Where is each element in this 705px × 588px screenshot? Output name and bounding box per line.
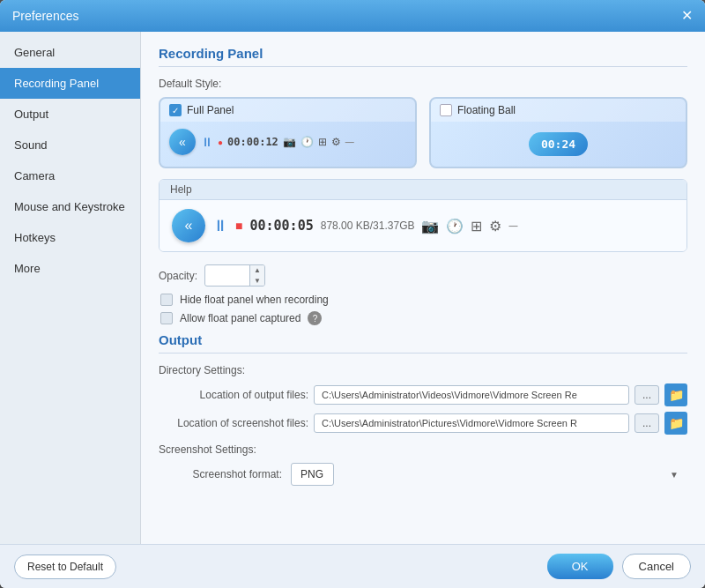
floating-ball-time: 00:24 (529, 132, 588, 156)
help-time: 00:00:05 (249, 218, 313, 234)
screenshot-files-label: Location of screenshot files: (159, 417, 308, 429)
close-button[interactable]: ✕ (681, 9, 693, 23)
floating-ball-label: Floating Ball (457, 104, 516, 116)
format-row: Screenshot format: PNG JPG BMP (159, 463, 687, 486)
help-clock-icon[interactable]: 🕐 (446, 218, 464, 234)
folder-icon-2: 📁 (669, 416, 684, 430)
sidebar-item-output[interactable]: Output (0, 99, 140, 130)
help-rewind-btn[interactable]: « (172, 209, 205, 242)
full-panel-label: Full Panel (187, 104, 234, 116)
allow-float-checkbox[interactable] (160, 312, 173, 324)
output-title: Output (159, 332, 687, 354)
sidebar: General Recording Panel Output Sound Cam… (0, 32, 141, 544)
full-panel-ctrl-bar: ⏸ ● 00:00:12 📷 🕐 ⊞ ⚙ ─ (201, 135, 354, 149)
full-panel-rewind-btn[interactable]: « (169, 129, 196, 155)
hide-float-label: Hide float panel when recording (180, 294, 329, 306)
default-style-label: Default Style: (159, 78, 687, 90)
output-files-folder-btn[interactable]: 📁 (664, 383, 687, 406)
help-stop-icon[interactable]: ■ (235, 219, 242, 233)
full-panel-clock-icon[interactable]: 🕐 (301, 136, 314, 148)
format-select-wrap: PNG JPG BMP (291, 463, 687, 486)
title-bar: Preferences ✕ (0, 0, 705, 32)
opacity-spinner[interactable]: 100% ▲ ▼ (204, 264, 265, 287)
full-panel-stop-icon[interactable]: ● (218, 138, 223, 147)
help-header: Help (160, 180, 686, 200)
opacity-row: Opacity: 100% ▲ ▼ (159, 264, 687, 287)
allow-float-label: Allow float panel captured (180, 312, 301, 324)
sidebar-item-camera[interactable]: Camera (0, 160, 140, 191)
sidebar-item-recording-panel[interactable]: Recording Panel (0, 68, 140, 99)
full-panel-minimize-btn[interactable]: ─ (345, 135, 354, 149)
screenshot-format-label: Screenshot format: (159, 468, 282, 480)
sidebar-item-general[interactable]: General (0, 37, 140, 68)
output-files-label: Location of output files: (159, 389, 308, 401)
spinner-up[interactable]: ▲ (250, 265, 264, 276)
cancel-button[interactable]: Cancel (622, 554, 691, 579)
help-controls: « ⏸ ■ 00:00:05 878.00 KB/31.37GB 📷 🕐 ⊞ ⚙… (160, 200, 686, 251)
floating-ball-header: Floating Ball (431, 99, 686, 122)
folder-icon: 📁 (669, 388, 684, 402)
sidebar-item-more[interactable]: More (0, 253, 140, 284)
directory-settings-label: Directory Settings: (159, 364, 687, 376)
full-panel-camera-icon[interactable]: 📷 (283, 136, 296, 148)
output-files-row: Location of output files: C:\Users\Admin… (159, 383, 687, 406)
help-section: Help « ⏸ ■ 00:00:05 878.00 KB/31.37GB 📷 … (159, 179, 687, 252)
spinner-arrows: ▲ ▼ (249, 265, 264, 286)
preferences-dialog: Preferences ✕ General Recording Panel Ou… (0, 0, 705, 588)
help-gear-icon[interactable]: ⚙ (489, 218, 501, 234)
allow-float-row: Allow float panel captured ? (159, 311, 687, 325)
allow-float-help-icon[interactable]: ? (308, 311, 322, 325)
full-panel-controls: « ⏸ ● 00:00:12 📷 🕐 ⊞ ⚙ ─ (160, 122, 415, 162)
floating-ball-card: Floating Ball 00:24 (429, 97, 687, 168)
floating-ball-checkbox[interactable] (440, 104, 452, 116)
help-minimize-btn[interactable]: ─ (508, 219, 517, 233)
dialog-footer: Reset to Default OK Cancel (0, 544, 705, 588)
hide-float-row: Hide float panel when recording (159, 294, 687, 306)
output-files-more-btn[interactable]: ... (634, 385, 659, 405)
full-panel-pause-icon[interactable]: ⏸ (201, 135, 213, 149)
screenshot-files-folder-btn[interactable]: 📁 (664, 412, 687, 435)
output-section: Output Directory Settings: Location of o… (159, 332, 687, 486)
opacity-label: Opacity: (159, 270, 197, 282)
sidebar-item-hotkeys[interactable]: Hotkeys (0, 222, 140, 253)
footer-right: OK Cancel (547, 554, 691, 579)
ok-button[interactable]: OK (547, 554, 613, 579)
opacity-input[interactable]: 100% (205, 267, 249, 285)
screenshot-settings-label: Screenshot Settings: (159, 443, 687, 456)
spinner-down[interactable]: ▼ (250, 276, 264, 287)
full-panel-header: ✓ Full Panel (160, 99, 415, 122)
full-panel-gear-icon[interactable]: ⚙ (331, 136, 341, 148)
sidebar-item-sound[interactable]: Sound (0, 130, 140, 160)
dialog-body: General Recording Panel Output Sound Cam… (0, 32, 705, 544)
full-panel-layers-icon[interactable]: ⊞ (318, 136, 327, 148)
help-size: 878.00 KB/31.37GB (321, 220, 415, 232)
full-panel-time: 00:00:12 (227, 136, 278, 148)
output-files-path: C:\Users\Administrator\Videos\Vidmore\Vi… (314, 385, 629, 405)
recording-panel-title: Recording Panel (159, 46, 687, 67)
reset-button[interactable]: Reset to Default (14, 555, 116, 579)
full-panel-card: ✓ Full Panel « ⏸ ● 00:00:12 📷 🕐 ⊞ ⚙ (159, 97, 417, 168)
help-layers-icon[interactable]: ⊞ (471, 218, 482, 234)
main-content: Recording Panel Default Style: ✓ Full Pa… (141, 32, 705, 544)
format-select[interactable]: PNG JPG BMP (291, 463, 334, 486)
hide-float-checkbox[interactable] (160, 294, 173, 306)
floating-ball-controls: 00:24 (431, 122, 686, 167)
full-panel-checkbox[interactable]: ✓ (169, 104, 182, 116)
help-camera-icon[interactable]: 📷 (421, 218, 439, 234)
screenshot-files-more-btn[interactable]: ... (634, 413, 659, 433)
dialog-title: Preferences (12, 9, 78, 23)
style-cards: ✓ Full Panel « ⏸ ● 00:00:12 📷 🕐 ⊞ ⚙ (159, 97, 687, 168)
screenshot-files-row: Location of screenshot files: C:\Users\A… (159, 412, 687, 435)
help-pause-icon[interactable]: ⏸ (212, 217, 228, 235)
screenshot-files-path: C:\Users\Administrator\Pictures\Vidmore\… (314, 413, 629, 433)
sidebar-item-mouse-keystroke[interactable]: Mouse and Keystroke (0, 191, 140, 222)
